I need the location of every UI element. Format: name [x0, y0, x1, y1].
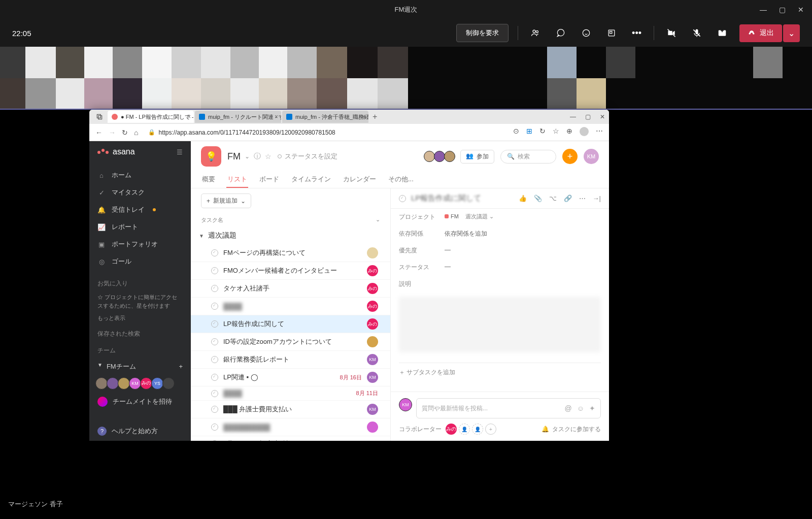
task-row[interactable]: LP関連 ▪ ◯8月 16日KM — [191, 369, 390, 386]
camera-off-icon[interactable] — [663, 25, 680, 41]
project-pill[interactable]: FM — [445, 213, 459, 219]
request-control-button[interactable]: 制御を要求 — [456, 24, 509, 42]
browser-minimize-icon[interactable]: — — [570, 113, 576, 120]
show-more-link[interactable]: もっと表示 — [89, 312, 191, 325]
close-tab-icon[interactable]: × — [275, 113, 278, 120]
add-team-icon[interactable]: + — [179, 363, 183, 370]
task-row[interactable]: ID等の設定zoomアカウントについて — [191, 333, 390, 351]
browser-close-icon[interactable]: ✕ — [600, 113, 605, 120]
task-detail-title[interactable]: LP報告作成に関して — [411, 193, 514, 203]
home-icon[interactable]: ⌂ — [134, 128, 138, 137]
reactions-icon[interactable] — [578, 25, 594, 41]
task-row[interactable]: ████8月 11日 — [191, 386, 390, 401]
add-dependency[interactable]: 依存関係を追加 — [445, 230, 487, 238]
tab-overview[interactable]: 概要 — [201, 172, 216, 188]
comment-input[interactable]: 質問や最新情報を投稿... @ ☺ ✦ — [416, 398, 601, 418]
task-check-icon[interactable] — [211, 249, 218, 256]
task-row[interactable]: FMページの再構築について — [191, 244, 390, 262]
status-value[interactable]: — — [445, 263, 451, 272]
assignee-avatar[interactable]: KM — [367, 354, 378, 365]
tab-list[interactable]: リスト — [226, 172, 248, 188]
task-row[interactable]: ███ 弁護士費用支払いKM — [191, 401, 390, 418]
tab-timeline[interactable]: タイムライン — [290, 172, 332, 188]
assignee-avatar[interactable] — [367, 336, 378, 347]
browser-maximize-icon[interactable]: ▢ — [585, 113, 591, 120]
tabs-button[interactable] — [93, 112, 106, 122]
add-task-button[interactable]: + 新規追加 ⌄ — [201, 193, 251, 208]
task-check-icon[interactable] — [211, 390, 218, 397]
task-check-icon[interactable] — [211, 303, 218, 310]
sidebar-item-goals[interactable]: ◎ゴール — [89, 253, 191, 270]
task-check-icon[interactable] — [211, 285, 218, 292]
chat-icon[interactable] — [553, 25, 569, 41]
team-row[interactable]: ▼FMチーム + — [89, 358, 191, 375]
browser-tab-2[interactable]: muip_fm - リクルート関連 - すべて... × — [195, 111, 281, 123]
leave-button[interactable]: 退出 — [739, 24, 782, 42]
task-check-icon[interactable] — [211, 374, 218, 381]
more-icon[interactable]: ••• — [629, 25, 645, 42]
task-row[interactable]: タケオ入社諸手みの — [191, 280, 390, 298]
section-pill[interactable]: 週次議題 ⌄ — [465, 213, 494, 219]
user-avatar[interactable]: KM — [584, 149, 599, 164]
collaborator-slot[interactable]: 👤 — [472, 424, 483, 435]
mic-off-icon[interactable] — [689, 25, 705, 41]
invite-teammates[interactable]: チームメイトを招待 — [89, 392, 191, 412]
assignee-avatar[interactable]: みの — [367, 318, 378, 330]
section-row[interactable]: ▼週次議題 — [191, 227, 390, 244]
chevron-down-icon[interactable]: ⌄ — [245, 153, 250, 160]
share-icon[interactable] — [714, 25, 730, 41]
search-input[interactable]: 🔍検索 — [500, 150, 556, 164]
task-check-icon[interactable] — [211, 406, 218, 413]
refresh-icon[interactable]: ↻ — [122, 128, 128, 137]
read-aloud-icon[interactable]: ⊙ — [513, 127, 519, 138]
appreciation-icon[interactable]: ✦ — [589, 404, 595, 412]
close-icon[interactable]: ✕ — [798, 6, 804, 14]
assignee-avatar[interactable]: みの — [367, 283, 378, 294]
mention-icon[interactable]: @ — [564, 404, 571, 412]
attachment-icon[interactable]: 📎 — [534, 194, 542, 202]
tab-more[interactable]: その他... — [387, 172, 415, 188]
assignee-avatar[interactable]: みの — [367, 265, 378, 276]
close-tab-icon[interactable]: × — [362, 113, 365, 120]
like-icon[interactable]: 👍 — [519, 194, 527, 202]
task-check-icon[interactable] — [211, 267, 218, 274]
tab-calendar[interactable]: カレンダー — [342, 172, 377, 188]
sidebar-item-mytasks[interactable]: ✓マイタスク — [89, 184, 191, 201]
new-tab-button[interactable]: + — [373, 112, 377, 121]
emoji-icon[interactable]: ☺ — [577, 404, 584, 412]
set-status[interactable]: ステータスを設定 — [278, 152, 337, 161]
quick-add-button[interactable]: + — [562, 149, 578, 164]
assignee-avatar[interactable] — [367, 421, 378, 433]
close-tab-icon[interactable]: × — [187, 113, 191, 120]
leave-chevron[interactable]: ⌄ — [783, 24, 800, 42]
add-collaborator[interactable]: + — [485, 424, 496, 435]
task-row[interactable]: ██████████ — [191, 418, 390, 436]
more-icon[interactable]: ⋯ — [579, 194, 586, 202]
profile-icon[interactable] — [580, 127, 589, 138]
help-link[interactable]: ? ヘルプと始め方 — [89, 421, 166, 441]
browser-tab-1[interactable]: ● FM - LP報告作成に関して - Asa... × — [108, 111, 194, 123]
sidebar-toggle-icon[interactable]: ☰ — [177, 148, 183, 156]
task-row[interactable]: LP報告作成に関してみの — [191, 315, 390, 333]
task-check-icon[interactable] — [211, 424, 218, 431]
task-row[interactable]: ████みの — [191, 298, 390, 315]
assignee-avatar[interactable] — [367, 247, 378, 258]
collections-icon[interactable]: ⊕ — [566, 127, 572, 138]
join-button[interactable]: 👥参加 — [460, 150, 494, 164]
collaborator-avatar[interactable]: みの — [446, 424, 457, 435]
close-detail-icon[interactable]: →| — [593, 194, 601, 202]
task-row[interactable]: 2号ファンド設立先確認 — [191, 436, 390, 441]
sidebar-item-home[interactable]: ⌂ホーム — [89, 167, 191, 184]
task-check-icon[interactable] — [211, 356, 218, 363]
task-check-icon[interactable] — [211, 320, 218, 328]
task-row[interactable]: 銀行業務委託レポートKM — [191, 351, 390, 369]
project-members[interactable] — [424, 151, 454, 162]
info-icon[interactable]: ⓘ — [254, 152, 261, 161]
assignee-avatar[interactable]: KM — [367, 372, 378, 383]
favorites-icon[interactable]: ☆ — [553, 127, 559, 138]
add-subtask-button[interactable]: ＋ サブタスクを追加 — [399, 363, 601, 382]
collaborator-slot[interactable]: 👤 — [459, 424, 470, 435]
task-check-icon[interactable] — [211, 338, 218, 345]
minimize-icon[interactable]: — — [760, 6, 767, 14]
menu-icon[interactable]: ⋯ — [596, 127, 603, 138]
